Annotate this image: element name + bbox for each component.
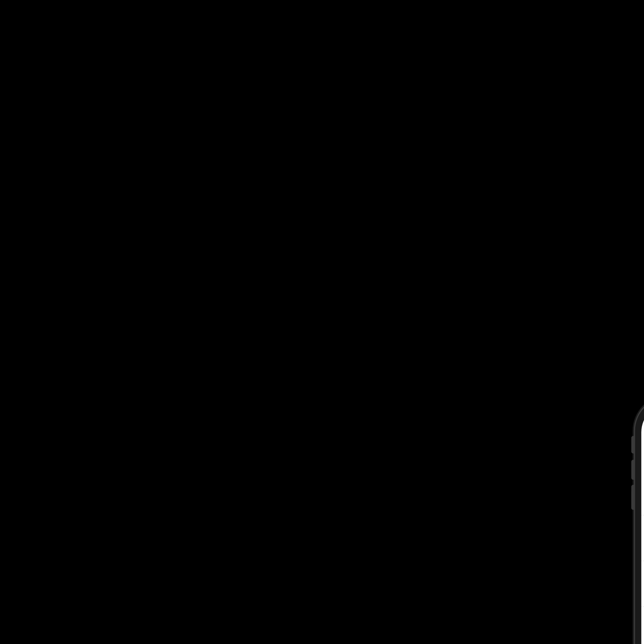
phone-screen: 9:41 (641, 403, 644, 644)
page-wrapper: 9:41 (0, 0, 644, 644)
food-list[interactable]: 🌿 Alfalfa Sprouts AVOID 🍎 Apple MINIMIZE… (641, 470, 644, 644)
app-header: Your Foods (641, 431, 644, 470)
silent-switch (631, 436, 634, 453)
app-content: Your Foods 🌿 Alfalfa Sprouts AVOID 🍎 App… (641, 431, 644, 644)
food-item[interactable]: 🍑 Apricot SUPERFOOD (641, 561, 644, 607)
status-bar: 9:41 (641, 403, 644, 431)
volume-up-button (631, 460, 634, 480)
phone-frame: 9:41 (635, 397, 644, 644)
food-item[interactable]: 🍎 Apple MINIMIZE (641, 515, 644, 561)
food-item[interactable]: 🌵 Artichoke ENJOY (641, 607, 644, 644)
volume-down-button (631, 490, 634, 510)
food-item[interactable]: 🌿 Alfalfa Sprouts AVOID (641, 470, 644, 515)
